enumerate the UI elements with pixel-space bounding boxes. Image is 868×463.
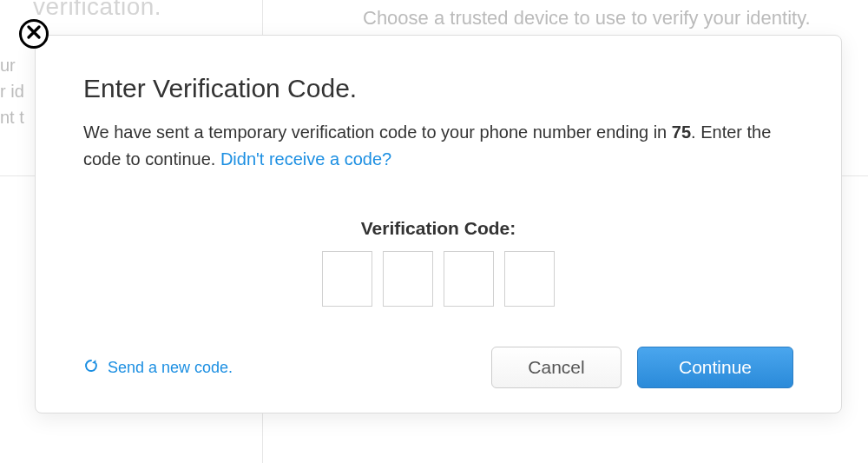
cancel-button[interactable]: Cancel [491,347,621,388]
bg-instruction-fragment: Choose a trusted device to use to verify… [363,7,811,30]
verification-modal: Enter Verification Code. We have sent a … [35,35,842,413]
code-digit-2[interactable] [383,251,433,307]
close-button[interactable] [19,19,49,49]
modal-description: We have sent a temporary verification co… [83,119,793,173]
bg-title-fragment: verification. [33,0,161,21]
desc-text-1: We have sent a temporary verification co… [83,122,672,142]
resend-code-link[interactable]: Send a new code. [83,358,233,378]
resend-label: Send a new code. [108,359,233,377]
code-digit-3[interactable] [444,251,494,307]
code-digit-1[interactable] [322,251,372,307]
code-digit-4[interactable] [504,251,555,307]
phone-last-digits: 75 [672,122,691,142]
code-section: Verification Code: [83,218,793,307]
continue-button[interactable]: Continue [637,347,793,388]
modal-footer: Send a new code. Cancel Continue [83,347,793,388]
refresh-icon [83,358,99,378]
modal-title: Enter Verification Code. [83,74,793,103]
code-label: Verification Code: [83,218,793,239]
code-input-group [83,251,793,307]
didnt-receive-link[interactable]: Didn't receive a code? [220,149,391,169]
button-row: Cancel Continue [491,347,793,388]
close-icon [27,25,41,43]
